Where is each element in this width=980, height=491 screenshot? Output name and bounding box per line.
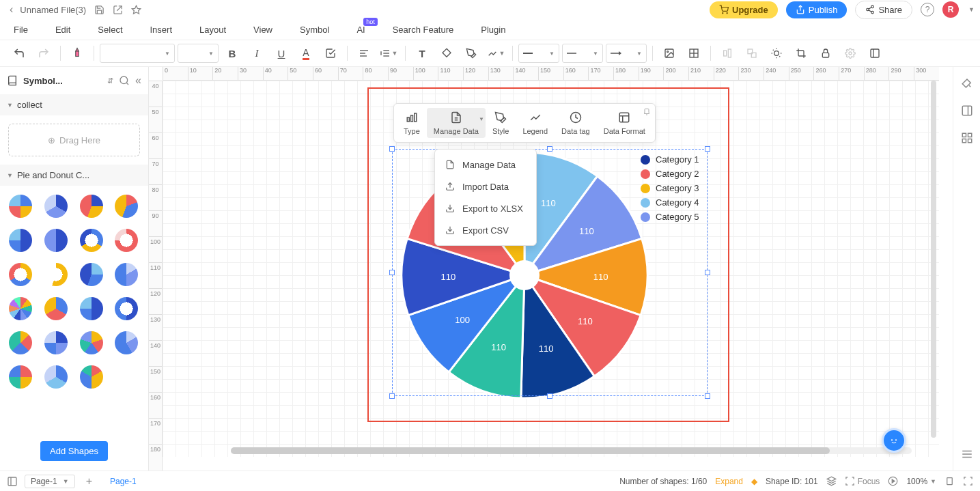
shape-thumbnail[interactable] — [7, 227, 34, 254]
resize-handle[interactable] — [547, 146, 552, 152]
add-page-button[interactable]: + — [82, 475, 96, 488]
font-color-button[interactable]: A — [295, 42, 317, 64]
resize-handle[interactable] — [705, 270, 710, 275]
shape-thumbnail[interactable] — [113, 193, 140, 220]
shape-thumbnail[interactable] — [42, 193, 70, 220]
align-objects-button[interactable] — [716, 42, 738, 64]
settings-button[interactable] — [839, 42, 861, 64]
shape-thumbnail[interactable] — [7, 261, 34, 288]
resize-handle[interactable] — [389, 393, 395, 399]
pin-icon[interactable] — [643, 108, 651, 116]
toolbar-style[interactable]: Style — [486, 108, 516, 138]
menu-layout[interactable]: Layout — [199, 25, 226, 35]
insert-image-button[interactable] — [658, 42, 680, 64]
line-style-select[interactable]: ▼ — [562, 44, 603, 63]
toolbar-manage[interactable]: Manage Data▼ — [427, 108, 486, 138]
shape-thumbnail[interactable] — [78, 227, 105, 254]
shape-thumbnail[interactable] — [42, 261, 70, 288]
outline-icon[interactable] — [7, 476, 18, 487]
fullscreen-icon[interactable] — [963, 476, 973, 486]
layers-icon[interactable] — [826, 476, 837, 486]
line-color-button[interactable] — [460, 42, 482, 64]
connector-button[interactable]: ▼ — [485, 42, 507, 64]
library-expand-icon[interactable]: ⇵ — [107, 76, 113, 85]
fill-color-button[interactable] — [436, 42, 458, 64]
chatbot-icon[interactable] — [882, 428, 906, 453]
shape-thumbnail[interactable] — [42, 227, 70, 254]
shape-thumbnail[interactable] — [113, 329, 140, 356]
shape-thumbnail[interactable] — [113, 295, 140, 322]
undo-button[interactable] — [8, 42, 30, 64]
add-shapes-button[interactable]: Add Shapes — [40, 441, 108, 461]
italic-button[interactable]: I — [246, 42, 268, 64]
vertical-scrollbar[interactable] — [931, 81, 936, 457]
dropdown-export-csv[interactable]: Export CSV — [435, 219, 536, 241]
shape-thumbnail[interactable] — [42, 363, 70, 391]
shape-thumbnail[interactable] — [42, 329, 70, 356]
dropdown-import-data[interactable]: Import Data — [435, 176, 536, 197]
avatar[interactable]: R — [942, 1, 959, 18]
menu-ai[interactable]: AIhot — [356, 25, 365, 35]
shape-thumbnail[interactable] — [7, 193, 34, 220]
shape-thumbnail[interactable] — [78, 363, 105, 391]
premium-icon[interactable]: ◆ — [751, 477, 757, 486]
back-icon[interactable]: ‹ — [5, 3, 17, 16]
menu-select[interactable]: Select — [98, 25, 122, 35]
menu-file[interactable]: File — [14, 25, 28, 35]
present-icon[interactable] — [888, 476, 898, 486]
page-selector[interactable]: Page-1▼ — [25, 475, 75, 488]
group-button[interactable] — [741, 42, 763, 64]
help-icon[interactable]: ? — [921, 3, 934, 16]
collapse-panel-icon[interactable]: « — [135, 74, 141, 87]
menu-insert[interactable]: Insert — [150, 25, 173, 35]
save-icon[interactable] — [94, 5, 104, 15]
avatar-caret-icon[interactable]: ▼ — [968, 6, 975, 13]
font-family-select[interactable]: ▼ — [100, 44, 175, 63]
shape-thumbnail[interactable] — [113, 261, 140, 288]
toolbar-type[interactable]: Type — [397, 108, 427, 138]
publish-button[interactable]: Publish — [786, 1, 848, 18]
layout-button[interactable] — [864, 42, 886, 64]
underline-button[interactable]: U — [270, 42, 292, 64]
resize-handle[interactable] — [389, 146, 395, 152]
toolbar-legend[interactable]: Legend — [516, 108, 555, 138]
shape-thumbnail[interactable] — [113, 363, 140, 391]
shape-thumbnail[interactable] — [78, 329, 105, 356]
shape-thumbnail[interactable] — [42, 295, 70, 322]
shape-thumbnail[interactable] — [7, 295, 34, 322]
menu-edit[interactable]: Edit — [55, 25, 70, 35]
grid-panel-icon[interactable] — [959, 130, 975, 146]
align-left-button[interactable] — [353, 42, 375, 64]
line-weight-select[interactable]: ▼ — [518, 44, 559, 63]
effects-button[interactable] — [766, 42, 787, 64]
line-spacing-button[interactable]: ▼ — [378, 42, 400, 64]
layers-panel-icon[interactable] — [959, 102, 975, 119]
resize-handle[interactable] — [389, 270, 395, 275]
page-tab[interactable]: Page-1 — [103, 477, 143, 486]
search-icon[interactable] — [119, 75, 130, 86]
menu-symbol[interactable]: Symbol — [300, 25, 329, 35]
menu-plugin[interactable]: Plugin — [481, 25, 505, 35]
redo-button[interactable] — [33, 42, 55, 64]
text-tool-button[interactable]: T — [411, 42, 433, 64]
focus-button[interactable]: Focus — [845, 476, 880, 486]
export-icon[interactable] — [113, 5, 123, 15]
toolbar-datatag[interactable]: Data tag — [555, 108, 597, 138]
insert-table-button[interactable] — [683, 42, 705, 64]
resize-handle[interactable] — [547, 393, 552, 399]
shape-thumbnail[interactable] — [7, 363, 34, 391]
view-mode-icon[interactable] — [944, 476, 955, 486]
crop-button[interactable] — [790, 42, 812, 64]
more-panel-icon[interactable] — [959, 446, 975, 462]
bold-button[interactable]: B — [221, 42, 243, 64]
shape-thumbnail[interactable] — [78, 193, 105, 220]
canvas[interactable]: 110110110110110110100110110110 Category … — [163, 81, 939, 457]
horizontal-scrollbar[interactable] — [231, 447, 912, 454]
menu-view[interactable]: View — [253, 25, 272, 35]
menu-search-feature[interactable]: Search Feature — [393, 25, 454, 35]
expand-button[interactable]: Expand — [715, 477, 743, 486]
shape-thumbnail[interactable] — [113, 227, 140, 254]
share-button[interactable]: Share — [855, 1, 912, 19]
star-icon[interactable] — [131, 5, 141, 15]
shape-thumbnail[interactable] — [78, 295, 105, 322]
